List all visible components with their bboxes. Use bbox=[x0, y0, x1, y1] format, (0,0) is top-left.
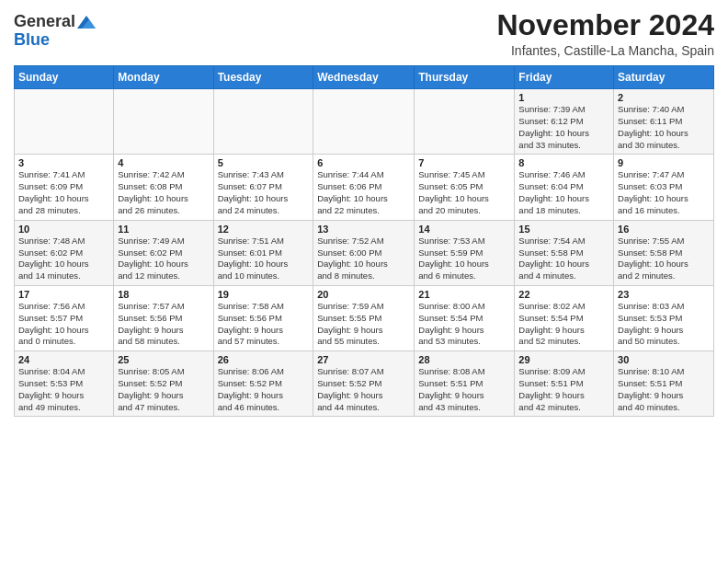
calendar-cell: 5Sunrise: 7:43 AM Sunset: 6:07 PM Daylig… bbox=[213, 155, 313, 220]
day-info: Sunrise: 7:53 AM Sunset: 5:59 PM Dayligh… bbox=[418, 236, 510, 282]
day-info: Sunrise: 7:52 AM Sunset: 6:00 PM Dayligh… bbox=[317, 236, 410, 282]
calendar-cell: 16Sunrise: 7:55 AM Sunset: 5:58 PM Dayli… bbox=[614, 220, 714, 285]
day-info: Sunrise: 7:44 AM Sunset: 6:06 PM Dayligh… bbox=[317, 169, 410, 216]
logo-blue-text: Blue bbox=[14, 31, 50, 50]
day-number: 24 bbox=[18, 354, 109, 365]
day-number: 20 bbox=[317, 289, 410, 300]
day-number: 6 bbox=[317, 157, 410, 168]
weekday-header-wednesday: Wednesday bbox=[313, 66, 415, 89]
day-info: Sunrise: 7:41 AM Sunset: 6:09 PM Dayligh… bbox=[18, 169, 109, 216]
calendar-cell: 1Sunrise: 7:39 AM Sunset: 6:12 PM Daylig… bbox=[515, 89, 614, 155]
calendar-cell: 4Sunrise: 7:42 AM Sunset: 6:08 PM Daylig… bbox=[114, 155, 213, 220]
calendar-cell: 6Sunrise: 7:44 AM Sunset: 6:06 PM Daylig… bbox=[313, 155, 415, 220]
day-info: Sunrise: 8:05 AM Sunset: 5:52 PM Dayligh… bbox=[118, 366, 209, 413]
calendar-cell: 2Sunrise: 7:40 AM Sunset: 6:11 PM Daylig… bbox=[614, 89, 714, 155]
day-info: Sunrise: 7:45 AM Sunset: 6:05 PM Dayligh… bbox=[418, 169, 510, 216]
calendar-cell bbox=[415, 89, 515, 155]
day-info: Sunrise: 7:42 AM Sunset: 6:08 PM Dayligh… bbox=[118, 169, 209, 216]
day-info: Sunrise: 7:49 AM Sunset: 6:02 PM Dayligh… bbox=[118, 236, 209, 282]
calendar-week-5: 24Sunrise: 8:04 AM Sunset: 5:53 PM Dayli… bbox=[15, 351, 714, 417]
logo-icon bbox=[77, 16, 96, 29]
day-number: 16 bbox=[618, 224, 710, 235]
day-info: Sunrise: 8:10 AM Sunset: 5:51 PM Dayligh… bbox=[618, 366, 710, 413]
weekday-header-sunday: Sunday bbox=[15, 66, 114, 89]
calendar-cell: 21Sunrise: 8:00 AM Sunset: 5:54 PM Dayli… bbox=[415, 285, 515, 350]
calendar-cell: 25Sunrise: 8:05 AM Sunset: 5:52 PM Dayli… bbox=[114, 351, 213, 417]
day-info: Sunrise: 8:03 AM Sunset: 5:53 PM Dayligh… bbox=[618, 301, 710, 348]
location-subtitle: Infantes, Castille-La Mancha, Spain bbox=[496, 43, 714, 58]
calendar-cell bbox=[114, 89, 213, 155]
day-number: 15 bbox=[518, 224, 609, 235]
day-number: 30 bbox=[618, 354, 710, 365]
day-number: 17 bbox=[18, 289, 109, 300]
weekday-header-thursday: Thursday bbox=[415, 66, 515, 89]
day-number: 8 bbox=[518, 157, 609, 168]
calendar-cell: 23Sunrise: 8:03 AM Sunset: 5:53 PM Dayli… bbox=[614, 285, 714, 350]
month-title: November 2024 bbox=[496, 9, 714, 41]
day-number: 19 bbox=[218, 289, 310, 300]
day-info: Sunrise: 7:43 AM Sunset: 6:07 PM Dayligh… bbox=[218, 169, 310, 216]
day-info: Sunrise: 7:47 AM Sunset: 6:03 PM Dayligh… bbox=[618, 169, 710, 216]
day-number: 9 bbox=[618, 157, 710, 168]
day-info: Sunrise: 7:51 AM Sunset: 6:01 PM Dayligh… bbox=[218, 236, 310, 282]
calendar-cell: 3Sunrise: 7:41 AM Sunset: 6:09 PM Daylig… bbox=[15, 155, 114, 220]
day-number: 23 bbox=[618, 289, 710, 300]
calendar-cell: 26Sunrise: 8:06 AM Sunset: 5:52 PM Dayli… bbox=[213, 351, 313, 417]
calendar-week-3: 10Sunrise: 7:48 AM Sunset: 6:02 PM Dayli… bbox=[15, 220, 714, 285]
calendar-week-1: 1Sunrise: 7:39 AM Sunset: 6:12 PM Daylig… bbox=[15, 89, 714, 155]
weekday-header-saturday: Saturday bbox=[614, 66, 714, 89]
day-number: 1 bbox=[518, 92, 609, 103]
day-info: Sunrise: 7:48 AM Sunset: 6:02 PM Dayligh… bbox=[18, 236, 109, 282]
day-info: Sunrise: 8:02 AM Sunset: 5:54 PM Dayligh… bbox=[518, 301, 609, 348]
day-number: 25 bbox=[118, 354, 209, 365]
calendar-cell: 11Sunrise: 7:49 AM Sunset: 6:02 PM Dayli… bbox=[114, 220, 213, 285]
calendar-cell: 22Sunrise: 8:02 AM Sunset: 5:54 PM Dayli… bbox=[515, 285, 614, 350]
day-number: 10 bbox=[18, 224, 109, 235]
day-info: Sunrise: 8:09 AM Sunset: 5:51 PM Dayligh… bbox=[518, 366, 609, 413]
calendar-cell: 29Sunrise: 8:09 AM Sunset: 5:51 PM Dayli… bbox=[515, 351, 614, 417]
day-info: Sunrise: 7:58 AM Sunset: 5:56 PM Dayligh… bbox=[218, 301, 310, 348]
day-info: Sunrise: 7:56 AM Sunset: 5:57 PM Dayligh… bbox=[18, 301, 109, 348]
calendar-cell: 24Sunrise: 8:04 AM Sunset: 5:53 PM Dayli… bbox=[15, 351, 114, 417]
calendar-cell: 7Sunrise: 7:45 AM Sunset: 6:05 PM Daylig… bbox=[415, 155, 515, 220]
weekday-header-friday: Friday bbox=[515, 66, 614, 89]
day-number: 28 bbox=[418, 354, 510, 365]
day-number: 5 bbox=[218, 157, 310, 168]
title-block: November 2024 Infantes, Castille-La Manc… bbox=[496, 9, 714, 58]
day-info: Sunrise: 8:07 AM Sunset: 5:52 PM Dayligh… bbox=[317, 366, 410, 413]
calendar-cell: 13Sunrise: 7:52 AM Sunset: 6:00 PM Dayli… bbox=[313, 220, 415, 285]
day-info: Sunrise: 7:55 AM Sunset: 5:58 PM Dayligh… bbox=[618, 236, 710, 282]
day-info: Sunrise: 7:59 AM Sunset: 5:55 PM Dayligh… bbox=[317, 301, 410, 348]
day-info: Sunrise: 8:04 AM Sunset: 5:53 PM Dayligh… bbox=[18, 366, 109, 413]
day-info: Sunrise: 7:40 AM Sunset: 6:11 PM Dayligh… bbox=[618, 104, 710, 151]
day-info: Sunrise: 7:39 AM Sunset: 6:12 PM Dayligh… bbox=[518, 104, 609, 151]
day-info: Sunrise: 7:46 AM Sunset: 6:04 PM Dayligh… bbox=[518, 169, 609, 216]
header: General Blue November 2024 Infantes, Cas… bbox=[14, 9, 714, 58]
day-number: 2 bbox=[618, 92, 710, 103]
calendar-cell: 30Sunrise: 8:10 AM Sunset: 5:51 PM Dayli… bbox=[614, 351, 714, 417]
calendar-cell: 10Sunrise: 7:48 AM Sunset: 6:02 PM Dayli… bbox=[15, 220, 114, 285]
calendar-table: SundayMondayTuesdayWednesdayThursdayFrid… bbox=[14, 65, 714, 417]
day-number: 22 bbox=[518, 289, 609, 300]
logo-general-text: General bbox=[14, 13, 75, 31]
weekday-header-row: SundayMondayTuesdayWednesdayThursdayFrid… bbox=[15, 66, 714, 89]
calendar-week-2: 3Sunrise: 7:41 AM Sunset: 6:09 PM Daylig… bbox=[15, 155, 714, 220]
day-number: 11 bbox=[118, 224, 209, 235]
day-number: 4 bbox=[118, 157, 209, 168]
calendar-cell: 20Sunrise: 7:59 AM Sunset: 5:55 PM Dayli… bbox=[313, 285, 415, 350]
day-number: 14 bbox=[418, 224, 510, 235]
day-info: Sunrise: 8:08 AM Sunset: 5:51 PM Dayligh… bbox=[418, 366, 510, 413]
weekday-header-tuesday: Tuesday bbox=[213, 66, 313, 89]
day-info: Sunrise: 8:06 AM Sunset: 5:52 PM Dayligh… bbox=[218, 366, 310, 413]
calendar-cell: 15Sunrise: 7:54 AM Sunset: 5:58 PM Dayli… bbox=[515, 220, 614, 285]
day-number: 21 bbox=[418, 289, 510, 300]
calendar-cell: 12Sunrise: 7:51 AM Sunset: 6:01 PM Dayli… bbox=[213, 220, 313, 285]
day-number: 7 bbox=[418, 157, 510, 168]
day-number: 3 bbox=[18, 157, 109, 168]
day-number: 13 bbox=[317, 224, 410, 235]
calendar-cell: 17Sunrise: 7:56 AM Sunset: 5:57 PM Dayli… bbox=[15, 285, 114, 350]
calendar-cell: 8Sunrise: 7:46 AM Sunset: 6:04 PM Daylig… bbox=[515, 155, 614, 220]
calendar-cell: 9Sunrise: 7:47 AM Sunset: 6:03 PM Daylig… bbox=[614, 155, 714, 220]
calendar-cell bbox=[213, 89, 313, 155]
day-number: 29 bbox=[518, 354, 609, 365]
